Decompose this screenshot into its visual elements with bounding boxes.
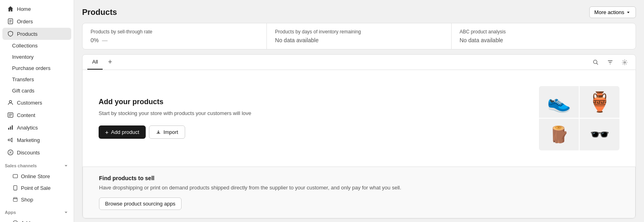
- empty-state-title: Add your products: [99, 98, 251, 106]
- sidebar-item-collections[interactable]: Collections: [2, 40, 71, 51]
- marketing-icon: [7, 137, 14, 143]
- svg-rect-9: [8, 128, 9, 130]
- sourcing-title: Find products to sell: [99, 175, 619, 181]
- svg-rect-10: [10, 127, 11, 130]
- pos-icon: [12, 185, 19, 191]
- sidebar-item-home[interactable]: Home: [2, 3, 71, 15]
- stats-card: Products by sell-through rate 0% — Produ…: [82, 23, 636, 49]
- sidebar-item-marketing[interactable]: Marketing: [2, 134, 71, 146]
- product-image-1: 👟: [539, 86, 579, 118]
- sidebar-item-label: Products: [17, 31, 37, 37]
- sidebar-item-gift-cards[interactable]: Gift cards: [2, 85, 71, 96]
- sales-channels-section: Sales channels: [0, 159, 74, 170]
- product-image-4: 🕶️: [580, 119, 619, 150]
- sidebar-item-label: Gift cards: [12, 88, 35, 94]
- home-icon: [7, 6, 14, 12]
- analytics-icon: [7, 124, 14, 131]
- tab-bar: All +: [83, 55, 636, 70]
- sidebar-item-shop[interactable]: Shop: [2, 194, 71, 205]
- products-card: All + Add your products Start by stockin…: [82, 54, 636, 219]
- svg-rect-17: [13, 199, 17, 201]
- empty-state-content: Add your products Start by stocking your…: [99, 98, 251, 139]
- customers-icon: [7, 99, 14, 106]
- sidebar-item-label: Collections: [12, 43, 38, 49]
- sidebar-item-online-store[interactable]: Online Store: [2, 171, 71, 182]
- stat-abc-label: ABC product analysis: [460, 29, 627, 35]
- filter-icon[interactable]: [604, 56, 616, 68]
- sidebar-item-inventory[interactable]: Inventory: [2, 51, 71, 62]
- sidebar-item-label: Marketing: [17, 137, 40, 143]
- orders-icon: [7, 18, 14, 25]
- svg-point-23: [624, 62, 625, 63]
- sidebar-item-label: Point of Sale: [21, 185, 51, 191]
- sidebar-item-label: Transfers: [12, 76, 34, 82]
- sidebar-item-transfers[interactable]: Transfers: [2, 74, 71, 85]
- svg-point-4: [9, 101, 12, 103]
- browse-sourcing-label: Browse product sourcing apps: [105, 201, 175, 207]
- empty-state: Add your products Start by stocking your…: [83, 70, 636, 166]
- svg-point-14: [11, 153, 12, 154]
- stat-inventory-days-label: Products by days of inventory remaining: [275, 29, 443, 35]
- shop-icon: [12, 196, 19, 203]
- tab-bar-left: All +: [87, 55, 116, 70]
- sidebar-item-customers[interactable]: Customers: [2, 97, 71, 109]
- search-icon[interactable]: [590, 56, 602, 68]
- stat-abc-value: No data available: [460, 37, 627, 43]
- page-header: Products More actions: [74, 0, 644, 23]
- stat-abc-analysis: ABC product analysis No data available: [452, 23, 636, 49]
- svg-point-13: [9, 151, 10, 152]
- add-apps-icon: [12, 220, 19, 222]
- sidebar-item-analytics[interactable]: Analytics: [2, 121, 71, 134]
- online-store-icon: [12, 173, 19, 179]
- sidebar-item-purchase-orders[interactable]: Purchase orders: [2, 63, 71, 74]
- sales-channels-label: Sales channels: [5, 163, 37, 168]
- sidebar-item-label: Add apps: [21, 220, 43, 222]
- stat-inventory-days: Products by days of inventory remaining …: [267, 23, 451, 49]
- product-images-grid: 👟 🏺 🪵 🕶️: [539, 86, 619, 150]
- empty-state-actions: + Add product Import: [99, 125, 251, 139]
- sidebar-item-label: Content: [17, 112, 35, 118]
- add-product-button[interactable]: + Add product: [99, 125, 146, 139]
- add-tab-button[interactable]: +: [104, 57, 116, 68]
- import-label: Import: [163, 129, 178, 135]
- sidebar-item-content[interactable]: Content: [2, 109, 71, 121]
- sidebar-item-label: Inventory: [12, 54, 33, 60]
- sales-channels-expand-icon[interactable]: [63, 163, 69, 169]
- svg-rect-11: [12, 125, 12, 130]
- products-icon: [7, 31, 14, 37]
- sidebar-item-orders[interactable]: Orders: [2, 15, 71, 27]
- sidebar-item-products[interactable]: Products: [2, 28, 71, 40]
- sidebar-item-label: Home: [17, 6, 31, 12]
- content-icon: [7, 112, 14, 118]
- settings-icon[interactable]: [619, 56, 631, 68]
- browse-sourcing-apps-button[interactable]: Browse product sourcing apps: [99, 197, 182, 210]
- sourcing-description: Have dropshipping or print on demand pro…: [99, 184, 619, 192]
- sidebar-item-label: Online Store: [21, 173, 50, 179]
- sidebar-item-discounts[interactable]: Discounts: [2, 146, 71, 158]
- add-product-label: Add product: [111, 129, 139, 135]
- sidebar-item-label: Shop: [21, 197, 33, 203]
- svg-line-22: [597, 63, 598, 65]
- tab-bar-right: [590, 56, 631, 68]
- svg-point-21: [593, 60, 597, 64]
- sidebar-item-point-of-sale[interactable]: Point of Sale: [2, 182, 71, 193]
- sidebar-item-label: Orders: [17, 18, 33, 25]
- stat-inventory-days-value: No data available: [275, 37, 443, 43]
- apps-section: Apps: [0, 206, 74, 217]
- apps-expand-icon[interactable]: [63, 210, 69, 215]
- tab-all[interactable]: All: [87, 55, 103, 70]
- page-title: Products: [82, 8, 117, 17]
- product-image-2: 🏺: [580, 86, 619, 118]
- svg-rect-16: [14, 185, 17, 190]
- more-actions-button[interactable]: More actions: [589, 6, 636, 18]
- apps-label: Apps: [5, 210, 16, 215]
- more-actions-label: More actions: [594, 9, 624, 15]
- sidebar-item-label: Customers: [17, 100, 42, 106]
- stat-sell-through-value: 0% —: [91, 37, 258, 43]
- plus-icon: +: [105, 129, 109, 135]
- product-image-3: 🪵: [539, 119, 579, 150]
- sourcing-section: Find products to sell Have dropshipping …: [83, 166, 636, 218]
- import-button[interactable]: Import: [149, 125, 185, 139]
- chevron-down-icon: [626, 10, 631, 15]
- sidebar-item-add-apps[interactable]: Add apps: [2, 217, 71, 222]
